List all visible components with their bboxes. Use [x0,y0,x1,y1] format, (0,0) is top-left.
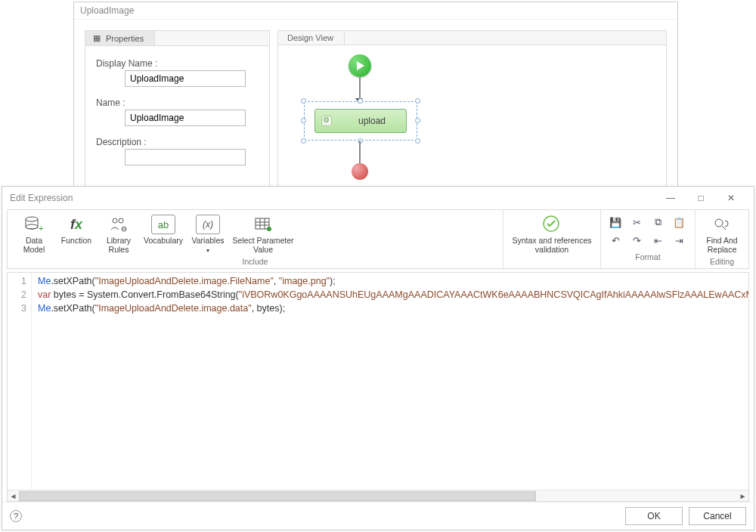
description-label: Description : [96,137,259,147]
cut-icon[interactable]: ✂ [628,215,645,230]
format-buttons: 💾 ✂ ⧉ 📋 ↶ ↷ ⇤ ⇥ [607,213,689,251]
end-node[interactable] [352,163,368,180]
name-input[interactable] [125,110,246,126]
display-name-label: Display Name : [96,58,259,69]
line-gutter: 123 [8,273,32,490]
resize-handle[interactable] [301,118,306,123]
data-model-button[interactable]: + DataModel [14,213,54,255]
ribbon-toolbar: + DataModel fx Function LibraryRules ab [7,209,749,269]
upload-node-selection[interactable]: upload [304,101,417,141]
help-button[interactable]: ? [10,510,22,522]
variables-button[interactable]: (x) Variables▾ [187,213,228,255]
scroll-right-icon[interactable]: ► [737,492,748,500]
check-circle-icon [540,215,564,234]
properties-tab-label: Properties [106,34,144,43]
properties-tab[interactable]: ▦ Properties [85,31,155,45]
ribbon-group-label [510,257,594,266]
edit-expression-dialog: Edit Expression — □ ✕ + DataModel fx Fun… [2,186,754,530]
close-button[interactable]: ✕ [716,190,746,206]
find-replace-button[interactable]: Find AndReplace [702,213,742,255]
scroll-left-icon[interactable]: ◄ [8,492,19,500]
dialog-footer: ? OK Cancel [2,502,754,530]
description-input[interactable] [125,149,246,165]
design-view-tab-label: Design View [287,33,333,42]
redo-icon[interactable]: ↷ [628,233,645,248]
horizontal-scrollbar[interactable]: ◄ ► [8,490,748,501]
resize-handle[interactable] [301,98,306,104]
scrollbar-thumb[interactable] [19,491,536,501]
design-view-tab[interactable]: Design View [278,31,345,45]
code-editor[interactable]: 123 Me.setXPath("ImageUploadAndDelete.im… [7,272,749,502]
resize-handle[interactable] [415,98,420,104]
gear-icon [321,116,332,126]
users-icon [107,215,131,234]
dialog-title-bar[interactable]: Edit Expression — □ ✕ [2,187,754,208]
resize-handle[interactable] [301,138,306,144]
svg-point-3 [113,218,117,223]
ok-button[interactable]: OK [625,507,683,525]
name-label: Name : [96,97,259,108]
ribbon-group-label: Include [14,257,497,266]
design-view-panel: Design View [277,30,667,190]
properties-icon: ▦ [91,33,102,43]
grid-icon [251,215,275,234]
designer-window: UploadImage ▦ Properties Display Name : … [73,2,678,187]
svg-rect-7 [256,218,269,229]
resize-handle[interactable] [415,138,420,144]
select-parameter-button[interactable]: Select ParameterValue [230,213,296,255]
display-name-input[interactable] [125,70,246,87]
window-title: UploadImage [74,2,677,20]
svg-point-14 [715,219,723,227]
dropdown-icon: ▾ [206,247,209,254]
svg-point-0 [26,217,38,221]
copy-icon[interactable]: ⧉ [649,215,666,230]
design-canvas[interactable]: upload [278,45,666,189]
paste-icon[interactable]: 📋 [671,215,687,230]
upload-node-label: upload [338,116,406,126]
connector [359,141,361,163]
svg-point-1 [26,224,38,229]
undo-icon[interactable]: ↶ [607,233,624,248]
properties-panel: ▦ Properties Display Name : Name : Descr… [85,30,270,190]
play-icon [357,61,364,70]
outdent-icon[interactable]: ⇤ [649,233,666,248]
resize-handle[interactable] [358,98,363,104]
minimize-button[interactable]: — [655,190,686,206]
code-lines[interactable]: Me.setXPath("ImageUploadAndDelete.image.… [32,273,748,490]
ribbon-group-label: Format [607,252,689,261]
fx-icon: fx [64,215,88,234]
ribbon-group-label: Editing [702,257,742,266]
indent-icon[interactable]: ⇥ [671,233,687,248]
svg-point-4 [119,218,123,223]
dialog-title: Edit Expression [10,193,655,203]
abc-icon: ab [151,215,175,234]
syntax-validation-button[interactable]: Syntax and referencesvalidation [510,213,594,255]
library-rules-button[interactable]: LibraryRules [98,213,139,255]
upload-node[interactable]: upload [314,109,407,133]
save-icon[interactable]: 💾 [607,215,624,230]
find-replace-icon [710,215,734,234]
cancel-button[interactable]: Cancel [689,507,746,525]
svg-point-12 [267,227,271,231]
variable-x-icon: (x) [196,215,220,234]
resize-handle[interactable] [415,118,420,123]
database-icon: + [22,215,46,234]
maximize-button[interactable]: □ [686,190,716,206]
svg-text:+: + [39,224,43,233]
start-node[interactable] [349,54,371,77]
vocabulary-button[interactable]: ab Vocabulary [141,213,186,246]
function-button[interactable]: fx Function [56,213,97,246]
